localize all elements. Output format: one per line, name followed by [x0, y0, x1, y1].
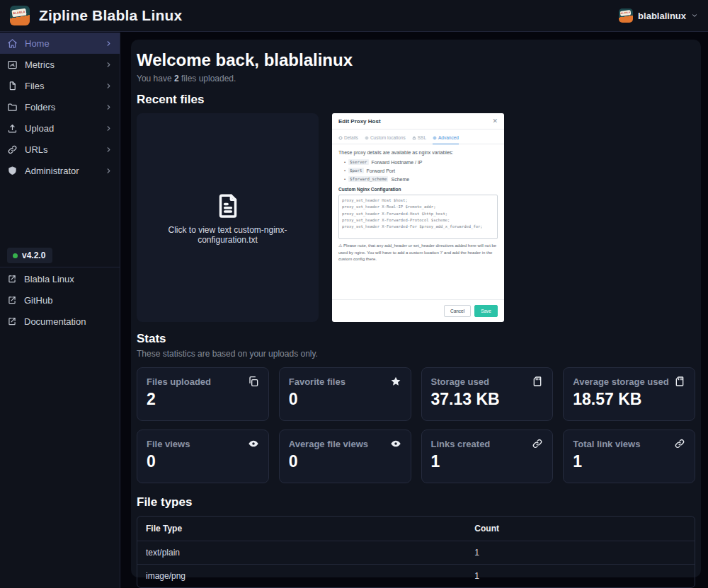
copy-icon: [248, 376, 259, 387]
link-icon: [674, 438, 685, 449]
chevron-right-icon: [105, 167, 113, 175]
config-line: proxy_set_header X-Real-IP $remote_addr;: [342, 204, 494, 210]
column-header-count: Count: [466, 517, 695, 541]
variable-desc: Forward Port: [367, 168, 395, 173]
files-icon: [7, 81, 18, 91]
metrics-icon: [7, 59, 18, 70]
chevron-right-icon: [105, 146, 113, 154]
preview-note: ⚠ Please note, that any add_header or se…: [338, 243, 498, 263]
config-line: proxy_set_header X-Forwarded-For $proxy_…: [342, 224, 494, 230]
count-cell: 1: [466, 565, 695, 587]
stat-label: Storage used: [431, 376, 489, 387]
stat-card-average-file-views: Average file views 0: [279, 430, 411, 483]
eye-icon: [248, 438, 259, 449]
administrator-shield-icon: [7, 166, 18, 176]
welcome-sub-prefix: You have: [137, 74, 174, 83]
sidebar-link-github[interactable]: GitHub: [0, 289, 120, 311]
bullet-icon: •: [344, 160, 346, 164]
file-text-icon: [213, 191, 243, 221]
preview-tab-label: Details: [344, 135, 358, 140]
sidebar-item-label: URLs: [25, 144, 98, 155]
sidebar-item-upload[interactable]: Upload: [0, 117, 120, 139]
chevron-right-icon: [105, 103, 113, 111]
stats-heading: Stats: [137, 332, 695, 346]
table-row[interactable]: image/png 1: [137, 564, 695, 587]
sidebar-item-administrator[interactable]: Administrator: [0, 160, 120, 181]
stat-card-file-views: File views 0: [137, 430, 269, 483]
preview-tab-bar: Details Custom locations SSL Advanced: [332, 129, 504, 144]
preview-tab-label: Custom locations: [370, 135, 406, 140]
file-type-cell: text/plain: [137, 541, 466, 564]
stat-value: 0: [289, 452, 401, 471]
app-logo: BLABLA: [10, 6, 30, 25]
sidebar-item-home[interactable]: Home: [0, 33, 120, 54]
file-type-cell: image/png: [137, 565, 466, 587]
sidebar-link-blabla-linux[interactable]: Blabla Linux: [0, 268, 120, 289]
sidebar-item-files[interactable]: Files: [0, 75, 120, 96]
sidebar-item-label: Administrator: [25, 166, 98, 176]
sidebar-divider: [0, 267, 120, 267]
table-header-row: File Type Count: [137, 517, 695, 541]
variable-desc: Forward Hostname / IP: [372, 160, 423, 165]
sidebar-item-urls[interactable]: URLs: [0, 139, 120, 160]
sidebar: Home Metrics Files Folders Upload URLs A…: [0, 33, 120, 588]
sidebar-item-folders[interactable]: Folders: [0, 96, 120, 117]
stat-card-favorite-files: Favorite files 0: [279, 367, 411, 421]
home-icon: [7, 38, 18, 49]
user-name: blablalinux: [638, 11, 686, 21]
eye-icon: [390, 438, 401, 449]
close-icon: ✕: [492, 118, 498, 125]
stat-value: 2: [147, 390, 259, 409]
variable-code: $forward_scheme: [348, 176, 388, 182]
stat-label: Favorite files: [289, 376, 346, 387]
external-link-icon: [7, 295, 17, 305]
save-button: Save: [474, 305, 498, 317]
version-text: v4.2.0: [22, 250, 45, 260]
column-header-file-type: File Type: [137, 517, 466, 541]
star-icon: [390, 376, 401, 387]
sidebar-item-label: Home: [25, 38, 98, 49]
config-line: proxy_set_header X-Forwarded-Host $http_…: [342, 211, 494, 217]
count-cell: 1: [466, 541, 695, 564]
warning-icon: ⚠: [338, 243, 342, 248]
chevron-right-icon: [105, 40, 113, 47]
details-icon: [338, 136, 343, 140]
bullet-icon: •: [344, 177, 346, 181]
preview-tab-ssl: SSL: [412, 135, 426, 144]
main-panel: Welcome back, blablalinux You have 2 fil…: [131, 40, 701, 577]
stat-card-total-link-views: Total link views 1: [563, 430, 695, 483]
stat-label: Average file views: [289, 439, 368, 449]
sidebar-link-label: Documentation: [24, 316, 86, 327]
nginx-config-textarea: proxy_set_header Host $host; proxy_set_h…: [338, 195, 498, 239]
preview-note-text: Please note, that any add_header or set_…: [338, 243, 496, 261]
preview-tab-label: Advanced: [438, 135, 459, 140]
stat-card-links-created: Links created 1: [421, 430, 554, 483]
preview-dialog-body: These proxy details are available as ngi…: [332, 144, 504, 299]
link-icon: [532, 438, 543, 449]
sidebar-link-label: GitHub: [24, 295, 52, 306]
preview-tab-label: SSL: [418, 135, 426, 140]
user-avatar: BLABLA: [619, 8, 633, 23]
chevron-right-icon: [105, 82, 113, 90]
urls-icon: [7, 144, 18, 155]
recent-file-image-preview[interactable]: Edit Proxy Host ✕ Details Custom locatio…: [332, 113, 504, 322]
chevron-down-icon: [691, 12, 698, 19]
preview-variable-row: • $forward_scheme Scheme: [344, 176, 498, 182]
chevron-right-icon: [105, 61, 113, 69]
variable-code: $port: [348, 168, 363, 173]
stat-value: 18.57 KB: [573, 390, 685, 409]
stats-grid: Files uploaded 2 Favorite files 0 Storag…: [137, 367, 695, 483]
sidebar-item-metrics[interactable]: Metrics: [0, 54, 120, 75]
stat-label: Links created: [431, 439, 491, 449]
user-avatar-text: BLABLA: [620, 10, 632, 16]
stat-label: File views: [147, 439, 190, 449]
user-menu[interactable]: BLABLA blablalinux: [619, 8, 698, 23]
recent-file-text-card[interactable]: Click to view text custom-nginx-configur…: [137, 113, 319, 322]
stat-card-average-storage-used: Average storage used 18.57 KB: [563, 367, 695, 421]
sidebar-link-documentation[interactable]: Documentation: [0, 311, 120, 332]
stat-card-storage-used: Storage used 37.13 KB: [421, 367, 554, 421]
stat-card-files-uploaded: Files uploaded 2: [137, 367, 269, 421]
recent-file-label: Click to view text custom-nginx-configur…: [139, 225, 316, 245]
chevron-right-icon: [105, 125, 113, 132]
table-row[interactable]: text/plain 1: [137, 541, 695, 564]
